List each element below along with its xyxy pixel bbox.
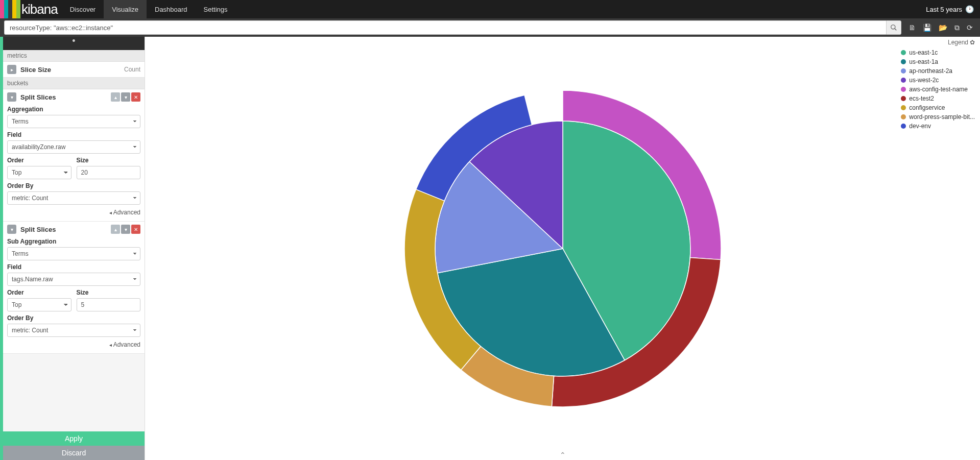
nav-tabs: Discover Visualize Dashboard Settings	[62, 0, 236, 18]
time-range[interactable]: Last 5 years 🕑	[926, 0, 980, 18]
bucket1-move-up[interactable]: ▴	[111, 92, 120, 102]
nav-tab-settings[interactable]: Settings	[196, 0, 236, 18]
bucket2-subagg-select[interactable]: Terms	[7, 247, 140, 260]
clock-icon: 🕑	[965, 5, 974, 13]
bucket2-delete[interactable]: ✕	[131, 225, 140, 234]
metrics-header: metrics	[3, 50, 145, 62]
workspace: • metrics ▸ Slice Size Count buckets ▾ S…	[0, 37, 980, 460]
bucket1-field-select[interactable]: availabilityZone.raw	[7, 140, 140, 154]
search-wrap	[4, 20, 901, 35]
pie-chart[interactable]	[389, 85, 736, 412]
nav-tab-visualize[interactable]: Visualize	[104, 0, 147, 18]
open-icon[interactable]: 📂	[939, 23, 947, 32]
bucket2-move-down[interactable]: ▾	[121, 225, 130, 234]
nav-tab-discover[interactable]: Discover	[62, 0, 104, 18]
bucket1-size-input[interactable]	[77, 166, 141, 179]
top-navbar: kibana Discover Visualize Dashboard Sett…	[0, 0, 980, 18]
sidebar: • metrics ▸ Slice Size Count buckets ▾ S…	[3, 37, 145, 460]
toolbar-icons: 🗎 💾 📂 ⧉ ⟳	[905, 23, 976, 32]
buckets-header: buckets	[3, 78, 145, 89]
bucket2-move-up[interactable]: ▴	[111, 225, 120, 234]
bucket2-toggle[interactable]: ▾	[7, 225, 16, 234]
bucket2-advanced-toggle[interactable]: Advanced	[7, 341, 140, 348]
apply-button[interactable]: Apply	[3, 431, 145, 446]
time-range-label: Last 5 years	[926, 6, 962, 13]
share-icon[interactable]: ⧉	[954, 23, 960, 32]
bucket2-orderby-label: Order By	[7, 314, 140, 322]
bucket-2: ▾ Split Slices ▴ ▾ ✕ Sub Aggregation Ter…	[3, 222, 145, 354]
refresh-icon[interactable]: ⟳	[967, 23, 973, 32]
metric-row[interactable]: ▸ Slice Size Count	[3, 62, 145, 78]
bucket2-subagg-label: Sub Aggregation	[7, 238, 140, 245]
bucket1-delete[interactable]: ✕	[131, 92, 140, 102]
sidebar-tabstrip[interactable]: •	[3, 37, 145, 50]
bucket1-orderby-label: Order By	[7, 182, 140, 189]
bucket1-title: Split Slices	[20, 93, 110, 101]
bucket1-agg-select[interactable]: Terms	[7, 115, 140, 128]
logo-stripes	[0, 0, 20, 18]
search-button[interactable]	[886, 20, 901, 35]
search-input[interactable]	[4, 20, 886, 35]
save-icon[interactable]: 💾	[923, 23, 931, 32]
bucket2-title: Split Slices	[20, 226, 110, 233]
visualization-area: Legend✿ us-east-1cus-east-1aap-northeast…	[145, 37, 980, 460]
svg-line-1	[895, 29, 897, 31]
chart-holder	[145, 37, 980, 460]
bucket1-agg-label: Aggregation	[7, 106, 140, 113]
bucket-1: ▾ Split Slices ▴ ▾ ✕ Aggregation Terms F…	[3, 89, 145, 222]
sidebar-buttons: Apply Discard	[3, 431, 145, 460]
bucket1-field-label: Field	[7, 131, 140, 138]
search-icon	[890, 24, 897, 31]
discard-button[interactable]: Discard	[3, 446, 145, 460]
bucket2-size-label: Size	[77, 289, 141, 296]
bucket2-size-input[interactable]	[77, 298, 141, 311]
svg-point-0	[891, 25, 895, 29]
bucket1-order-label: Order	[7, 157, 71, 164]
logo-text: kibana	[20, 0, 62, 18]
bucket2-orderby-select[interactable]: metric: Count	[7, 324, 140, 337]
bucket1-order-select[interactable]: Top	[7, 166, 71, 179]
metric-toggle[interactable]: ▸	[7, 65, 16, 74]
new-viz-icon[interactable]: 🗎	[909, 23, 916, 32]
search-row: 🗎 💾 📂 ⧉ ⟳	[0, 18, 980, 37]
nav-tab-dashboard[interactable]: Dashboard	[147, 0, 196, 18]
bucket2-field-select[interactable]: tags.Name.raw	[7, 273, 140, 286]
bucket1-toggle[interactable]: ▾	[7, 92, 16, 102]
expand-panel-arrow[interactable]: ⌃	[555, 451, 570, 459]
bucket1-orderby-select[interactable]: metric: Count	[7, 191, 140, 205]
metric-label: Slice Size	[20, 66, 51, 74]
bucket1-advanced-toggle[interactable]: Advanced	[7, 209, 140, 216]
metric-value: Count	[124, 66, 140, 73]
bucket2-field-label: Field	[7, 263, 140, 271]
sidebar-scroll[interactable]: metrics ▸ Slice Size Count buckets ▾ Spl…	[3, 50, 145, 431]
bucket1-size-label: Size	[77, 157, 141, 164]
bucket2-order-select[interactable]: Top	[7, 298, 71, 311]
bucket2-order-label: Order	[7, 289, 71, 296]
bucket1-move-down[interactable]: ▾	[121, 92, 130, 102]
